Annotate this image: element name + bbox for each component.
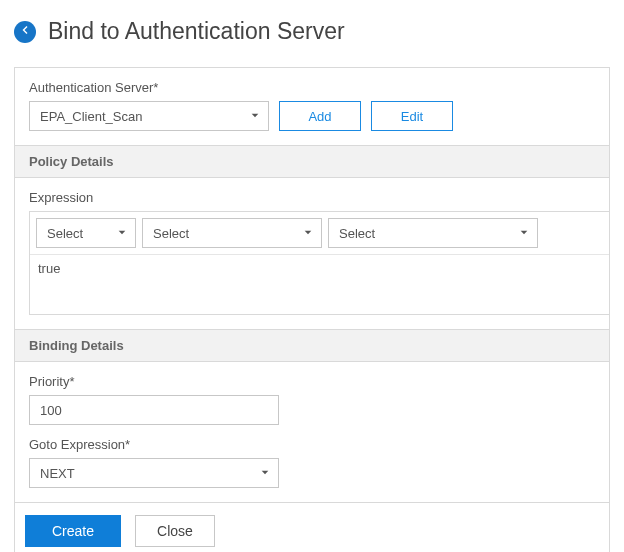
expression-select-3-value: Select: [339, 226, 375, 241]
expression-label: Expression: [29, 190, 609, 205]
expression-select-1-value: Select: [47, 226, 83, 241]
binding-details-header: Binding Details: [15, 329, 609, 362]
chevron-down-icon: [519, 226, 529, 241]
chevron-down-icon: [117, 226, 127, 241]
auth-server-select-value: EPA_Client_Scan: [40, 109, 142, 124]
priority-input[interactable]: [29, 395, 279, 425]
expression-select-3[interactable]: Select: [328, 218, 538, 248]
expression-select-2-value: Select: [153, 226, 189, 241]
goto-expression-select[interactable]: NEXT: [29, 458, 279, 488]
arrow-left-icon: [19, 24, 31, 39]
chevron-down-icon: [303, 226, 313, 241]
chevron-down-icon: [260, 466, 270, 481]
page-title: Bind to Authentication Server: [48, 18, 345, 45]
expression-select-2[interactable]: Select: [142, 218, 322, 248]
policy-details-header: Policy Details: [15, 145, 609, 178]
chevron-down-icon: [250, 109, 260, 124]
goto-expression-select-value: NEXT: [40, 466, 75, 481]
auth-server-select[interactable]: EPA_Client_Scan: [29, 101, 269, 131]
expression-select-1[interactable]: Select: [36, 218, 136, 248]
create-button[interactable]: Create: [25, 515, 121, 547]
edit-button[interactable]: Edit: [371, 101, 453, 131]
back-button[interactable]: [14, 21, 36, 43]
close-button[interactable]: Close: [135, 515, 215, 547]
auth-server-label: Authentication Server*: [29, 80, 595, 95]
priority-label: Priority*: [29, 374, 595, 389]
goto-expression-label: Goto Expression*: [29, 437, 595, 452]
expression-textarea[interactable]: [30, 255, 609, 311]
add-button[interactable]: Add: [279, 101, 361, 131]
